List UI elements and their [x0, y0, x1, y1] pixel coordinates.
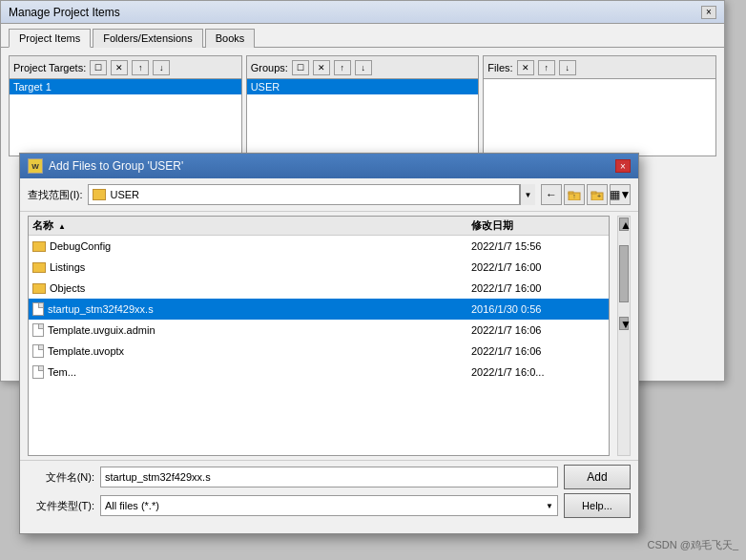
- file-date-cell: 2022/1/7 16:00: [471, 261, 605, 273]
- targets-up-btn[interactable]: ↑: [132, 60, 149, 75]
- targets-delete-btn[interactable]: ✕: [111, 60, 128, 75]
- files-panel: Files: ✕ ↑ ↓: [483, 55, 716, 156]
- view-button[interactable]: ▦▼: [610, 184, 631, 205]
- file-row[interactable]: Objects2022/1/7 16:00: [29, 278, 609, 299]
- folder-icon: [32, 283, 46, 294]
- groups-header: Groups: ☐ ✕ ↑ ↓: [247, 56, 479, 79]
- groups-down-btn[interactable]: ↓: [355, 60, 372, 75]
- file-name-text: Tem...: [48, 366, 76, 378]
- file-name-cell: Listings: [32, 261, 471, 273]
- file-name-text: Template.uvoptx: [48, 345, 124, 357]
- file-date-cell: 2022/1/7 15:56: [471, 240, 605, 252]
- tab-folders-extensions[interactable]: Folders/Extensions: [93, 29, 203, 48]
- file-date-cell: 2022/1/7 16:06: [471, 324, 605, 336]
- file-name-cell: Objects: [32, 282, 471, 294]
- groups-delete-btn[interactable]: ✕: [313, 60, 330, 75]
- file-name-text: Template.uvguix.admin: [48, 324, 155, 336]
- folder-icon: [93, 189, 106, 200]
- file-name-text: DebugConfig: [50, 240, 111, 252]
- main-close-button[interactable]: ×: [701, 6, 716, 19]
- groups-up-btn[interactable]: ↑: [334, 60, 351, 75]
- dialog-titlebar: W Add Files to Group 'USER' ×: [20, 154, 638, 178]
- dialog-close-button[interactable]: ×: [615, 159, 631, 173]
- file-icon: [32, 344, 44, 358]
- folder-combo: USER ▼: [88, 184, 535, 205]
- file-list-container: 名称 ▲ 修改日期 DebugConfig2022/1/7 15:56Listi…: [20, 212, 638, 460]
- file-date-cell: 2022/1/7 16:00: [471, 282, 605, 294]
- file-icon: [32, 365, 44, 379]
- add-files-dialog: W Add Files to Group 'USER' × 查找范围(I): U…: [19, 153, 639, 534]
- scroll-up-btn[interactable]: ▲: [619, 218, 629, 231]
- file-name-text: Objects: [50, 282, 85, 294]
- file-row[interactable]: startup_stm32f429xx.s2016/1/30 0:56: [29, 299, 609, 320]
- folder-combo-arrow[interactable]: ▼: [520, 184, 535, 205]
- filename-row: 文件名(N): Add: [28, 465, 631, 489]
- look-in-label: 查找范围(I):: [28, 188, 82, 202]
- dialog-toolbar: 查找范围(I): USER ▼ ← ↑ +: [20, 178, 638, 212]
- file-name-text: Listings: [50, 261, 85, 273]
- dialog-app-icon: W: [28, 158, 43, 174]
- current-folder-combo[interactable]: USER: [88, 184, 520, 205]
- tab-books[interactable]: Books: [205, 29, 256, 48]
- watermark: CSDN @鸡毛飞天_: [647, 538, 738, 552]
- file-row[interactable]: Template.uvoptx2022/1/7 16:06: [29, 341, 609, 362]
- project-content: Project Targets: ☐ ✕ ↑ ↓ Target 1 Groups…: [1, 48, 724, 164]
- nav-buttons: ← ↑ + ▦▼: [541, 184, 631, 205]
- project-targets-label: Project Targets:: [13, 62, 86, 73]
- targets-new-btn[interactable]: ☐: [90, 60, 107, 75]
- files-list[interactable]: [484, 79, 715, 156]
- folder-icon: [32, 241, 46, 252]
- file-row[interactable]: Tem...2022/1/7 16:0...: [29, 362, 609, 383]
- file-row[interactable]: Template.uvguix.admin2022/1/7 16:06: [29, 320, 609, 341]
- folder-up-button[interactable]: ↑: [564, 184, 585, 205]
- help-button[interactable]: Help...: [564, 493, 631, 518]
- files-header: Files: ✕ ↑ ↓: [484, 56, 715, 79]
- date-column-header[interactable]: 修改日期: [471, 218, 605, 233]
- columns-row: Project Targets: ☐ ✕ ↑ ↓ Target 1 Groups…: [9, 55, 716, 156]
- file-name-cell: DebugConfig: [32, 240, 471, 252]
- filetype-arrow: ▼: [546, 502, 553, 510]
- filename-input[interactable]: [100, 467, 558, 487]
- name-column-header[interactable]: 名称 ▲: [32, 218, 471, 233]
- project-targets-list[interactable]: Target 1: [10, 79, 241, 156]
- files-down-btn[interactable]: ↓: [559, 60, 576, 75]
- main-title: Manage Project Items: [9, 6, 120, 19]
- dialog-bottom: 文件名(N): Add 文件类型(T): All files (*.*) ▼ H…: [20, 460, 638, 526]
- tabs-bar: Project Items Folders/Extensions Books: [1, 24, 724, 48]
- filetype-select[interactable]: All files (*.*) ▼: [100, 495, 558, 516]
- new-folder-button[interactable]: +: [587, 184, 608, 205]
- file-row[interactable]: Listings2022/1/7 16:00: [29, 257, 609, 278]
- filetype-row: 文件类型(T): All files (*.*) ▼ Help...: [28, 493, 631, 518]
- file-date-cell: 2022/1/7 16:0...: [471, 366, 605, 378]
- file-row[interactable]: DebugConfig2022/1/7 15:56: [29, 236, 609, 257]
- groups-new-btn[interactable]: ☐: [292, 60, 309, 75]
- scroll-thumb[interactable]: [619, 245, 629, 302]
- dialog-title: Add Files to Group 'USER': [49, 159, 183, 173]
- filetype-label: 文件类型(T):: [28, 499, 94, 513]
- targets-down-btn[interactable]: ↓: [153, 60, 170, 75]
- file-name-cell: Template.uvguix.admin: [32, 323, 471, 337]
- file-icon: [32, 323, 44, 337]
- file-list-header: 名称 ▲ 修改日期: [29, 217, 609, 236]
- files-up-btn[interactable]: ↑: [538, 60, 555, 75]
- folder-icon: [32, 262, 46, 273]
- scroll-down-btn[interactable]: ▼: [619, 317, 629, 330]
- files-delete-btn[interactable]: ✕: [517, 60, 534, 75]
- list-item[interactable]: Target 1: [10, 79, 241, 94]
- list-item[interactable]: USER: [247, 79, 479, 94]
- main-titlebar: Manage Project Items ×: [1, 1, 724, 24]
- back-button[interactable]: ←: [541, 184, 562, 205]
- project-targets-header: Project Targets: ☐ ✕ ↑ ↓: [10, 56, 241, 79]
- filename-label: 文件名(N):: [28, 470, 94, 485]
- file-list[interactable]: 名称 ▲ 修改日期 DebugConfig2022/1/7 15:56Listi…: [28, 216, 610, 456]
- add-button[interactable]: Add: [564, 465, 631, 489]
- files-label: Files:: [487, 62, 512, 73]
- filetype-value: All files (*.*): [105, 500, 159, 511]
- file-name-cell: Tem...: [32, 365, 471, 379]
- groups-list[interactable]: USER: [247, 79, 479, 156]
- scrollbar[interactable]: ▲ ▼: [617, 216, 631, 456]
- file-date-cell: 2016/1/30 0:56: [471, 303, 605, 315]
- groups-panel: Groups: ☐ ✕ ↑ ↓ USER: [246, 55, 480, 156]
- tab-project-items[interactable]: Project Items: [9, 29, 91, 48]
- svg-rect-4: [591, 192, 596, 194]
